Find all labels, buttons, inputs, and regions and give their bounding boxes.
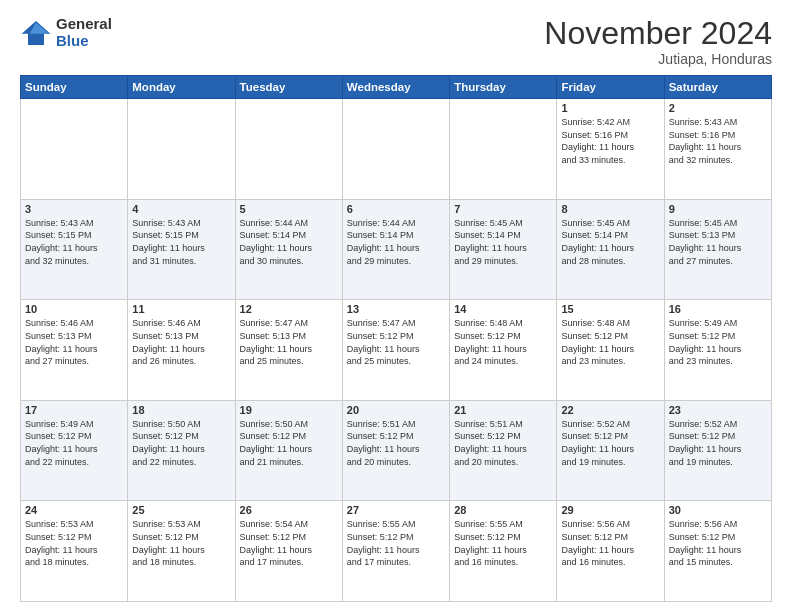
weekday-header-saturday: Saturday [664,76,771,99]
day-info: Sunrise: 5:51 AM Sunset: 5:12 PM Dayligh… [454,418,552,468]
day-info: Sunrise: 5:51 AM Sunset: 5:12 PM Dayligh… [347,418,445,468]
calendar-cell: 1Sunrise: 5:42 AM Sunset: 5:16 PM Daylig… [557,99,664,200]
day-number: 27 [347,504,445,516]
day-number: 1 [561,102,659,114]
day-info: Sunrise: 5:46 AM Sunset: 5:13 PM Dayligh… [132,317,230,367]
calendar-cell: 7Sunrise: 5:45 AM Sunset: 5:14 PM Daylig… [450,199,557,300]
day-info: Sunrise: 5:49 AM Sunset: 5:12 PM Dayligh… [25,418,123,468]
weekday-header-sunday: Sunday [21,76,128,99]
calendar-cell: 27Sunrise: 5:55 AM Sunset: 5:12 PM Dayli… [342,501,449,602]
calendar-cell: 15Sunrise: 5:48 AM Sunset: 5:12 PM Dayli… [557,300,664,401]
weekday-header-tuesday: Tuesday [235,76,342,99]
day-number: 12 [240,303,338,315]
calendar-cell: 10Sunrise: 5:46 AM Sunset: 5:13 PM Dayli… [21,300,128,401]
logo-icon [20,19,52,47]
month-title: November 2024 [544,16,772,51]
day-number: 8 [561,203,659,215]
logo: General Blue [20,16,112,49]
week-row-1: 1Sunrise: 5:42 AM Sunset: 5:16 PM Daylig… [21,99,772,200]
day-info: Sunrise: 5:48 AM Sunset: 5:12 PM Dayligh… [561,317,659,367]
page: General Blue November 2024 Jutiapa, Hond… [0,0,792,612]
day-info: Sunrise: 5:50 AM Sunset: 5:12 PM Dayligh… [132,418,230,468]
calendar: SundayMondayTuesdayWednesdayThursdayFrid… [20,75,772,602]
calendar-cell: 8Sunrise: 5:45 AM Sunset: 5:14 PM Daylig… [557,199,664,300]
day-info: Sunrise: 5:43 AM Sunset: 5:15 PM Dayligh… [132,217,230,267]
calendar-cell [235,99,342,200]
day-number: 15 [561,303,659,315]
calendar-cell: 28Sunrise: 5:55 AM Sunset: 5:12 PM Dayli… [450,501,557,602]
calendar-cell: 9Sunrise: 5:45 AM Sunset: 5:13 PM Daylig… [664,199,771,300]
day-number: 17 [25,404,123,416]
day-number: 10 [25,303,123,315]
calendar-cell: 23Sunrise: 5:52 AM Sunset: 5:12 PM Dayli… [664,400,771,501]
week-row-3: 10Sunrise: 5:46 AM Sunset: 5:13 PM Dayli… [21,300,772,401]
day-number: 30 [669,504,767,516]
day-info: Sunrise: 5:44 AM Sunset: 5:14 PM Dayligh… [347,217,445,267]
day-info: Sunrise: 5:49 AM Sunset: 5:12 PM Dayligh… [669,317,767,367]
calendar-cell [342,99,449,200]
day-number: 25 [132,504,230,516]
calendar-cell [21,99,128,200]
day-number: 5 [240,203,338,215]
day-info: Sunrise: 5:42 AM Sunset: 5:16 PM Dayligh… [561,116,659,166]
day-info: Sunrise: 5:45 AM Sunset: 5:14 PM Dayligh… [454,217,552,267]
location: Jutiapa, Honduras [544,51,772,67]
day-info: Sunrise: 5:47 AM Sunset: 5:13 PM Dayligh… [240,317,338,367]
day-info: Sunrise: 5:45 AM Sunset: 5:13 PM Dayligh… [669,217,767,267]
calendar-cell: 6Sunrise: 5:44 AM Sunset: 5:14 PM Daylig… [342,199,449,300]
week-row-5: 24Sunrise: 5:53 AM Sunset: 5:12 PM Dayli… [21,501,772,602]
weekday-header-row: SundayMondayTuesdayWednesdayThursdayFrid… [21,76,772,99]
day-info: Sunrise: 5:52 AM Sunset: 5:12 PM Dayligh… [669,418,767,468]
calendar-cell: 2Sunrise: 5:43 AM Sunset: 5:16 PM Daylig… [664,99,771,200]
week-row-2: 3Sunrise: 5:43 AM Sunset: 5:15 PM Daylig… [21,199,772,300]
day-number: 11 [132,303,230,315]
day-info: Sunrise: 5:47 AM Sunset: 5:12 PM Dayligh… [347,317,445,367]
day-info: Sunrise: 5:48 AM Sunset: 5:12 PM Dayligh… [454,317,552,367]
day-number: 9 [669,203,767,215]
day-info: Sunrise: 5:44 AM Sunset: 5:14 PM Dayligh… [240,217,338,267]
day-number: 20 [347,404,445,416]
calendar-cell: 24Sunrise: 5:53 AM Sunset: 5:12 PM Dayli… [21,501,128,602]
day-number: 2 [669,102,767,114]
day-info: Sunrise: 5:45 AM Sunset: 5:14 PM Dayligh… [561,217,659,267]
day-number: 21 [454,404,552,416]
calendar-cell: 19Sunrise: 5:50 AM Sunset: 5:12 PM Dayli… [235,400,342,501]
logo-text: General Blue [56,16,112,49]
day-info: Sunrise: 5:53 AM Sunset: 5:12 PM Dayligh… [25,518,123,568]
day-info: Sunrise: 5:46 AM Sunset: 5:13 PM Dayligh… [25,317,123,367]
calendar-cell: 12Sunrise: 5:47 AM Sunset: 5:13 PM Dayli… [235,300,342,401]
calendar-cell: 26Sunrise: 5:54 AM Sunset: 5:12 PM Dayli… [235,501,342,602]
day-number: 22 [561,404,659,416]
day-info: Sunrise: 5:52 AM Sunset: 5:12 PM Dayligh… [561,418,659,468]
day-number: 23 [669,404,767,416]
day-info: Sunrise: 5:56 AM Sunset: 5:12 PM Dayligh… [669,518,767,568]
calendar-cell: 18Sunrise: 5:50 AM Sunset: 5:12 PM Dayli… [128,400,235,501]
day-number: 14 [454,303,552,315]
week-row-4: 17Sunrise: 5:49 AM Sunset: 5:12 PM Dayli… [21,400,772,501]
calendar-cell: 11Sunrise: 5:46 AM Sunset: 5:13 PM Dayli… [128,300,235,401]
calendar-cell: 30Sunrise: 5:56 AM Sunset: 5:12 PM Dayli… [664,501,771,602]
day-number: 26 [240,504,338,516]
day-info: Sunrise: 5:53 AM Sunset: 5:12 PM Dayligh… [132,518,230,568]
calendar-cell: 13Sunrise: 5:47 AM Sunset: 5:12 PM Dayli… [342,300,449,401]
calendar-cell [128,99,235,200]
calendar-cell: 3Sunrise: 5:43 AM Sunset: 5:15 PM Daylig… [21,199,128,300]
calendar-cell: 14Sunrise: 5:48 AM Sunset: 5:12 PM Dayli… [450,300,557,401]
day-info: Sunrise: 5:43 AM Sunset: 5:16 PM Dayligh… [669,116,767,166]
day-number: 4 [132,203,230,215]
calendar-cell: 20Sunrise: 5:51 AM Sunset: 5:12 PM Dayli… [342,400,449,501]
calendar-cell: 16Sunrise: 5:49 AM Sunset: 5:12 PM Dayli… [664,300,771,401]
day-info: Sunrise: 5:54 AM Sunset: 5:12 PM Dayligh… [240,518,338,568]
weekday-header-monday: Monday [128,76,235,99]
day-number: 28 [454,504,552,516]
day-info: Sunrise: 5:43 AM Sunset: 5:15 PM Dayligh… [25,217,123,267]
day-number: 13 [347,303,445,315]
day-number: 29 [561,504,659,516]
calendar-cell: 21Sunrise: 5:51 AM Sunset: 5:12 PM Dayli… [450,400,557,501]
calendar-cell: 17Sunrise: 5:49 AM Sunset: 5:12 PM Dayli… [21,400,128,501]
calendar-cell: 22Sunrise: 5:52 AM Sunset: 5:12 PM Dayli… [557,400,664,501]
calendar-cell: 5Sunrise: 5:44 AM Sunset: 5:14 PM Daylig… [235,199,342,300]
title-block: November 2024 Jutiapa, Honduras [544,16,772,67]
weekday-header-thursday: Thursday [450,76,557,99]
day-number: 18 [132,404,230,416]
